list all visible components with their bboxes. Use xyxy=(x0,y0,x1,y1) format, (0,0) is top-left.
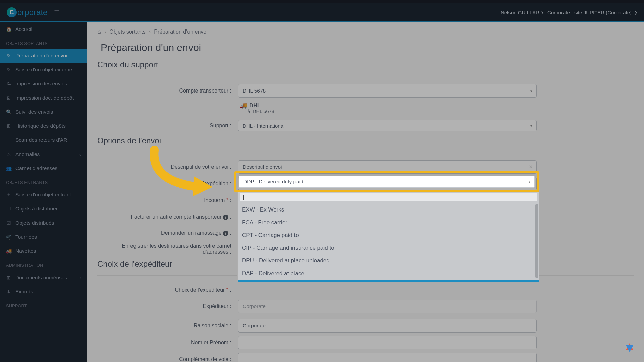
sidebar-item-icon: 🖶 xyxy=(6,81,11,86)
sidebar-item-icon: ⊞ xyxy=(6,275,11,280)
sidebar-item-icon: ⚠ xyxy=(6,152,11,157)
sidebar-item[interactable]: 🗎Impression doc. de dépôt xyxy=(0,91,87,105)
sidebar-item-icon: ☑ xyxy=(6,220,11,226)
company-label: Raison sociale : xyxy=(97,323,238,329)
breadcrumb-home-icon[interactable]: ⌂ xyxy=(97,28,101,35)
ref-label: Référence d'expédition : xyxy=(97,181,238,187)
info-icon[interactable]: i xyxy=(223,215,228,220)
sidebar-item-icon: 👥 xyxy=(6,166,11,171)
truck-icon: 🚚 xyxy=(240,102,247,109)
sidebar-item-icon: 🏠 xyxy=(6,26,11,32)
sidebar-item-label: Navettes xyxy=(15,248,36,254)
sidebar-item-icon: 🗓 xyxy=(6,123,11,129)
sidebar-item[interactable]: 🛒Tournées xyxy=(0,230,87,244)
sidebar-item[interactable]: ✎Saisie d'un objet externe xyxy=(0,63,87,77)
sidebar-item[interactable]: 🗓Historique des dépôts xyxy=(0,119,87,133)
company-input[interactable]: Corporate xyxy=(238,319,537,333)
user-menu[interactable]: Nelson GUILLARD - Corporate - site JUPIT… xyxy=(501,10,637,15)
breadcrumb-item[interactable]: Objets sortants xyxy=(109,29,146,35)
dropdown-option[interactable]: CPT - Carriage paid to xyxy=(238,229,539,242)
logo-mark-icon: C xyxy=(7,7,17,17)
addr2-input[interactable] xyxy=(238,353,537,362)
section-options-title: Options de l'envoi xyxy=(97,136,634,146)
sidebar-item[interactable]: 👥Carnet d'adresses xyxy=(0,161,87,175)
sidebar-item-label: Suivi des envois xyxy=(15,109,53,115)
dropdown-option[interactable]: FCA - Free carrier xyxy=(238,216,539,229)
sidebar-item-label: Préparation d'un envoi xyxy=(15,53,67,59)
sidebar-item-label: Impression des envois xyxy=(15,81,67,87)
sidebar-item-label: Exports xyxy=(15,289,33,295)
brand-logo[interactable]: C orporate xyxy=(7,7,47,17)
branch-icon: ↳ xyxy=(247,109,251,114)
sidebar-item[interactable]: 🔍Suivi des envois xyxy=(0,105,87,119)
save-recipients-label: Enregistrer les destinataires dans votre… xyxy=(97,243,238,255)
sender-label: Expéditeur : xyxy=(97,303,238,309)
sidebar-item[interactable]: ＋Saisie d'un objet entrant xyxy=(0,188,87,202)
sidebar-item-icon: ＋ xyxy=(6,192,11,198)
sidebar-heading: SUPPORT xyxy=(0,299,87,311)
dropdown-option[interactable]: DAP - Delivered at place xyxy=(238,267,539,280)
section-support-title: Choix du support xyxy=(97,60,634,70)
pickup-label: Demander un ramassage i : xyxy=(97,230,238,236)
support-label: Support : xyxy=(97,123,238,129)
sidebar-item[interactable]: ⊞Documents numérisés xyxy=(0,270,87,285)
clear-icon[interactable]: × xyxy=(529,164,532,171)
menu-toggle-icon[interactable]: ☰ xyxy=(54,9,59,16)
addr2-label: Complément de voie : xyxy=(97,356,238,362)
sidebar-item-icon: 🗎 xyxy=(6,95,11,101)
sidebar-item[interactable]: ⬚Scan des retours d'AR xyxy=(0,133,87,147)
sidebar-item-icon: 🛒 xyxy=(6,234,11,240)
sidebar-item-icon: 🚚 xyxy=(6,248,11,254)
sidebar-item-label: Objets à distribuer xyxy=(15,206,58,212)
sidebar-item[interactable]: ⚠Anomalies xyxy=(0,147,87,161)
incoterm-select[interactable]: DDP - Delivered duty paid xyxy=(239,176,535,188)
sidebar-item-label: Anomalies xyxy=(15,151,40,157)
incoterm-label: Incoterm * : xyxy=(97,197,238,203)
name-input[interactable] xyxy=(238,336,537,349)
sidebar-heading: ADMINISTRATION xyxy=(0,258,87,270)
sidebar-item-icon: 🔍 xyxy=(6,109,11,115)
sidebar-item[interactable]: ⬇Exports xyxy=(0,285,87,299)
scrollbar[interactable] xyxy=(535,204,538,278)
sidebar-item-label: Scan des retours d'AR xyxy=(15,137,67,143)
dropdown-search-input[interactable] xyxy=(240,193,537,201)
sidebar-item-label: Historique des dépôts xyxy=(15,123,66,129)
name-label: Nom et Prénom : xyxy=(97,340,238,346)
sidebar-item[interactable]: 🏠Accueil xyxy=(0,22,87,36)
support-select[interactable]: DHL - International xyxy=(238,120,537,131)
dropdown-option[interactable]: EXW - Ex Works xyxy=(238,203,539,216)
sidebar-item[interactable]: 🖶Impression des envois xyxy=(0,77,87,91)
sidebar-item[interactable]: ☐Objets à distribuer xyxy=(0,202,87,216)
bill-other-label: Facturer un autre compte transporteur i … xyxy=(97,214,238,220)
sidebar-item-label: Documents numérisés xyxy=(15,275,67,281)
info-icon[interactable]: i xyxy=(223,231,228,236)
chevron-down-icon: ❯ xyxy=(634,10,637,15)
sidebar-item-label: Carnet d'adresses xyxy=(15,165,57,171)
incoterm-dropdown-panel: EXW - Ex WorksFCA - Free carrierCPT - Ca… xyxy=(237,190,539,282)
sender-choice-label: Choix de l'expéditeur * : xyxy=(97,287,238,293)
carrier-account-select[interactable]: DHL 5678 xyxy=(238,84,537,98)
sidebar-item[interactable]: 🚚Navettes xyxy=(0,244,87,258)
page-title: Préparation d'un envoi xyxy=(101,42,634,53)
carrier-info: 🚚DHL ↳DHL 5678 xyxy=(238,101,537,116)
breadcrumb-current: Préparation d'un envoi xyxy=(154,29,208,35)
sidebar-item[interactable]: ✎Préparation d'un envoi xyxy=(0,49,87,63)
sidebar-item-label: Tournées xyxy=(15,234,37,240)
sidebar-item-label: Saisie d'un objet entrant xyxy=(15,192,71,198)
sidebar-heading: OBJETS ENTRANTS xyxy=(0,175,87,188)
sidebar: 🏠AccueilOBJETS SORTANTS✎Préparation d'un… xyxy=(0,22,87,362)
sidebar-item[interactable]: ☑Objets distribués xyxy=(0,216,87,230)
dropdown-option[interactable]: DPU - Delivered at place unloaded xyxy=(238,254,539,267)
sidebar-heading: OBJETS SORTANTS xyxy=(0,36,87,49)
sidebar-item-icon: ✎ xyxy=(6,67,11,72)
dropdown-option[interactable]: CIP - Carriage and insurance paid to xyxy=(238,242,539,254)
sender-input[interactable]: Corporate xyxy=(238,300,537,313)
brand-text: orporate xyxy=(17,8,47,17)
help-widget-icon[interactable] xyxy=(624,342,635,353)
sidebar-item-label: Objets distribués xyxy=(15,220,54,226)
sidebar-item-icon: ✎ xyxy=(6,53,11,58)
sidebar-item-label: Saisie d'un objet externe xyxy=(15,67,72,73)
desc-label: Descriptif de votre envoi : xyxy=(97,164,238,170)
dropdown-option-selected-strip xyxy=(238,280,539,282)
breadcrumb: ⌂ › Objets sortants › Préparation d'un e… xyxy=(97,22,634,41)
